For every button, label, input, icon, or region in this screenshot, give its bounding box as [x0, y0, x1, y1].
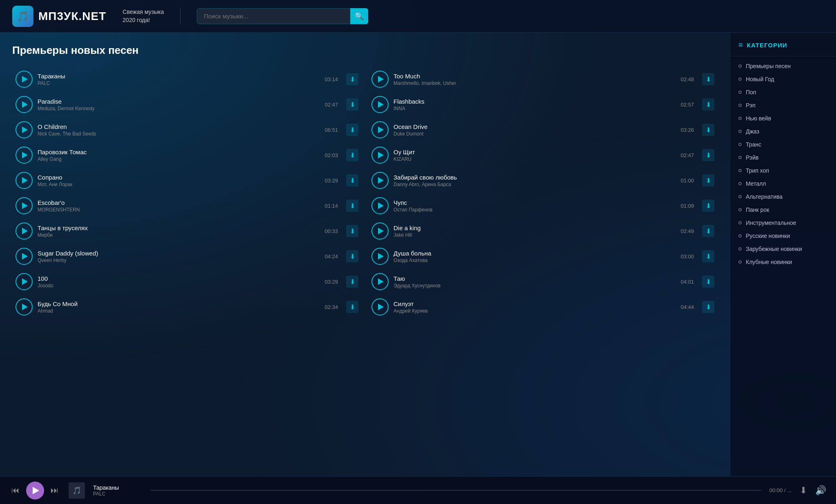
song-info-8: 100Josodo: [38, 275, 320, 289]
sidebar-item-7[interactable]: Рэйв: [730, 151, 836, 164]
song-row-right-3[interactable]: Оу ЩитKIZARU02:47⬇: [368, 142, 718, 168]
download-button[interactable]: ⬇: [346, 301, 358, 313]
play-button-right-8[interactable]: [371, 273, 389, 290]
song-row-right-0[interactable]: Too MuchMarshmello, Imanbek, Usher02:48⬇: [368, 67, 718, 92]
play-button-left-1[interactable]: [16, 96, 33, 113]
play-button-left-9[interactable]: [16, 298, 33, 315]
song-row-right-9[interactable]: СилуэтАндрей Куряев04:44⬇: [368, 294, 718, 320]
player-volume-button[interactable]: 🔊: [815, 485, 826, 496]
play-button-left-2[interactable]: [16, 121, 33, 138]
song-row-right-2[interactable]: Ocean DriveDuke Dumont03:26⬇: [368, 117, 718, 142]
sidebar-item-6[interactable]: Транс: [730, 138, 836, 151]
download-button[interactable]: ⬇: [346, 200, 358, 212]
download-button[interactable]: ⬇: [702, 73, 714, 85]
song-title: Оу Щит: [394, 149, 676, 155]
sidebar-item-label: Рэп: [746, 102, 756, 109]
play-button-left-4[interactable]: [16, 172, 33, 189]
logo-icon: 🎵: [12, 6, 33, 27]
play-button-left-0[interactable]: [16, 71, 33, 88]
search-button[interactable]: 🔍: [350, 8, 368, 24]
sidebar-item-label: Русские новинки: [746, 233, 790, 239]
sidebar-item-0[interactable]: Премьеры песен: [730, 60, 836, 73]
song-row-right-6[interactable]: Die a kingJake Hill02:49⬇: [368, 218, 718, 244]
play-button-right-0[interactable]: [371, 71, 389, 88]
download-icon: ⬇: [350, 303, 355, 311]
song-row-left-4[interactable]: СопраноМот, Ани Лорак03:29⬇: [12, 168, 362, 193]
song-row-left-0[interactable]: ТараканыPALC03:14⬇: [12, 67, 362, 92]
sidebar-item-4[interactable]: Нью вейв: [730, 112, 836, 125]
play-button-left-5[interactable]: [16, 197, 33, 214]
sidebar-item-5[interactable]: Джаз: [730, 125, 836, 138]
sidebar-bullet-icon: [738, 156, 742, 159]
sidebar-item-9[interactable]: Металл: [730, 177, 836, 190]
song-row-right-5[interactable]: ЧупсОстап Парфенов01:09⬇: [368, 193, 718, 218]
download-button[interactable]: ⬇: [346, 250, 358, 262]
play-button-right-6[interactable]: [371, 222, 389, 240]
download-button[interactable]: ⬇: [702, 174, 714, 187]
song-artist: Duke Dumont: [394, 131, 676, 137]
play-button-right-1[interactable]: [371, 96, 389, 113]
song-title: Будь Со Мной: [38, 300, 320, 307]
song-row-left-5[interactable]: Escobar'oMORGENSHTERN01:14⬇: [12, 193, 362, 218]
sidebar-item-1[interactable]: Новый Год: [730, 73, 836, 86]
song-row-right-1[interactable]: FlashbacksINNA02:57⬇: [368, 92, 718, 117]
sidebar-bullet-icon: [738, 143, 742, 146]
song-row-left-6[interactable]: Танцы в труселяхМирби00:33⬇: [12, 218, 362, 244]
song-row-left-8[interactable]: 100Josodo03:29⬇: [12, 269, 362, 294]
sidebar-item-label: Поп: [746, 89, 756, 95]
download-button[interactable]: ⬇: [702, 225, 714, 237]
sidebar-item-8[interactable]: Трип хоп: [730, 164, 836, 177]
download-button[interactable]: ⬇: [346, 174, 358, 187]
sidebar-item-3[interactable]: Рэп: [730, 99, 836, 112]
forward-button[interactable]: ⏭: [49, 484, 60, 497]
download-button[interactable]: ⬇: [346, 73, 358, 85]
sidebar-bullet-icon: [738, 64, 742, 68]
download-button[interactable]: ⬇: [702, 149, 714, 161]
song-row-left-3[interactable]: Паровозик ТомасAlley Gang02:03⬇: [12, 142, 362, 168]
play-button-left-7[interactable]: [16, 248, 33, 265]
sidebar-item-label: Премьеры песен: [746, 63, 791, 69]
sidebar-item-15[interactable]: Клубные новинки: [730, 255, 836, 269]
play-button-right-9[interactable]: [371, 298, 389, 315]
download-button[interactable]: ⬇: [702, 275, 714, 288]
song-row-right-8[interactable]: ТаюЭдуард Хуснутдинов04:01⬇: [368, 269, 718, 294]
download-button[interactable]: ⬇: [702, 124, 714, 136]
play-button-right-5[interactable]: [371, 197, 389, 214]
search-input[interactable]: [197, 8, 368, 24]
player-progress-bar[interactable]: [150, 490, 761, 491]
sidebar-item-13[interactable]: Русские новинки: [730, 229, 836, 242]
sidebar-item-10[interactable]: Альтернатива: [730, 190, 836, 203]
play-button-right-3[interactable]: [371, 147, 389, 164]
song-row-left-2[interactable]: O ChildrenNick Cave, The Bad Seeds06:51⬇: [12, 117, 362, 142]
song-row-right-4[interactable]: Забирай свою любовьDanny Abro, Арина Бар…: [368, 168, 718, 193]
download-button[interactable]: ⬇: [346, 124, 358, 136]
rewind-button[interactable]: ⏮: [10, 484, 21, 497]
song-row-left-9[interactable]: Будь Со МнойAhmad02:34⬇: [12, 294, 362, 320]
categories-label: КАТЕГОРИИ: [747, 42, 787, 49]
play-button-right-2[interactable]: [371, 121, 389, 138]
sidebar-item-14[interactable]: Зарубежные новинки: [730, 242, 836, 255]
play-button-left-6[interactable]: [16, 222, 33, 240]
play-button-left-3[interactable]: [16, 147, 33, 164]
play-main-button[interactable]: [26, 482, 44, 500]
sidebar-item-2[interactable]: Поп: [730, 86, 836, 99]
download-button[interactable]: ⬇: [702, 250, 714, 262]
play-button-right-7[interactable]: [371, 248, 389, 265]
song-row-right-7[interactable]: Душа больнаОзода Ахатова03:00⬇: [368, 244, 718, 269]
download-icon: ⬇: [350, 75, 355, 83]
sidebar-item-12[interactable]: Инструментальное: [730, 216, 836, 229]
play-button-right-4[interactable]: [371, 172, 389, 189]
download-button[interactable]: ⬇: [702, 200, 714, 212]
song-row-left-7[interactable]: Sugar Daddy (slowed)Qveen Herby04:24⬇: [12, 244, 362, 269]
player-download-button[interactable]: ⬇: [800, 485, 807, 496]
download-button[interactable]: ⬇: [346, 275, 358, 288]
download-button[interactable]: ⬇: [346, 98, 358, 111]
sidebar-item-11[interactable]: Панк рок: [730, 203, 836, 216]
download-button[interactable]: ⬇: [346, 149, 358, 161]
song-row-left-1[interactable]: ParadiseMeduza, Dermot Kennedy02:47⬇: [12, 92, 362, 117]
download-icon: ⬇: [350, 227, 355, 235]
download-button[interactable]: ⬇: [702, 98, 714, 111]
download-button[interactable]: ⬇: [702, 301, 714, 313]
download-button[interactable]: ⬇: [346, 225, 358, 237]
play-button-left-8[interactable]: [16, 273, 33, 290]
